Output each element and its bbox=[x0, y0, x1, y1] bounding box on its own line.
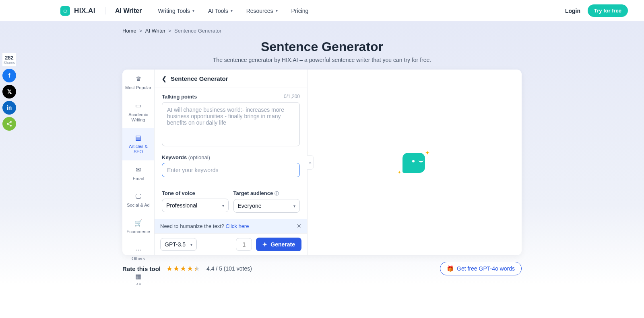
keywords-label: Keywords bbox=[162, 154, 187, 160]
sidebar-item-label: Articles & SEO bbox=[129, 144, 147, 154]
sharethis-button[interactable] bbox=[2, 117, 16, 131]
button-label: Get free GPT-4o words bbox=[457, 265, 515, 272]
audience-select[interactable]: Everyone▾ bbox=[233, 199, 300, 213]
breadcrumb: Home > AI Writer > Sentence Generator bbox=[122, 21, 522, 37]
nav-writing-tools[interactable]: Writing Tools▾ bbox=[158, 8, 194, 14]
page-subtitle: The sentence generator by HIX.AI – a pow… bbox=[0, 57, 644, 63]
svg-point-0 bbox=[10, 121, 12, 123]
model-select[interactable]: GPT-3.5▾ bbox=[160, 238, 197, 251]
sidebar-item-label: Ecommerce bbox=[126, 229, 150, 234]
char-counter: 0/1,200 bbox=[284, 94, 300, 100]
nav-label: Writing Tools bbox=[158, 8, 190, 14]
breadcrumb-home[interactable]: Home bbox=[122, 28, 136, 34]
close-icon[interactable]: ✕ bbox=[297, 223, 301, 229]
gift-icon: 🎁 bbox=[447, 265, 454, 272]
others-icon: ⋯ bbox=[124, 246, 153, 254]
sidebar-item-academic[interactable]: ▭Academic Writing bbox=[122, 96, 154, 128]
quantity-input[interactable] bbox=[236, 238, 252, 251]
svg-point-2 bbox=[10, 125, 12, 127]
talking-points-input[interactable] bbox=[162, 102, 300, 146]
sidebar-item-articles[interactable]: ▤Articles & SEO bbox=[122, 128, 154, 160]
category-sidebar: ♛Most Popular ▭Academic Writing ▤Article… bbox=[122, 70, 155, 255]
login-link[interactable]: Login bbox=[565, 8, 580, 14]
articles-icon: ▤ bbox=[124, 134, 153, 142]
breadcrumb-writer[interactable]: AI Writer bbox=[145, 28, 165, 34]
mascot-icon: ✦ ✦ bbox=[398, 150, 431, 174]
chevron-down-icon: ▾ bbox=[231, 8, 233, 13]
nav-label: Resources bbox=[246, 8, 273, 14]
academic-icon: ▭ bbox=[124, 102, 153, 109]
sidebar-item-label: Most Popular bbox=[125, 85, 151, 90]
rating-row: Rate this tool ★★★★★★ 4.4 / 5 (101 votes… bbox=[122, 262, 522, 275]
hero-section: Home > AI Writer > Sentence Generator Se… bbox=[0, 21, 644, 285]
free-words-button[interactable]: 🎁 Get free GPT-4o words bbox=[440, 262, 522, 275]
tool-card: ♛Most Popular ▭Academic Writing ▤Article… bbox=[122, 70, 522, 255]
humanize-text: Need to humanize the text? bbox=[160, 223, 226, 229]
logo[interactable]: ☺ HIX.AI AI Writer bbox=[60, 6, 142, 16]
star-rating[interactable]: ★★★★★★ bbox=[166, 264, 201, 273]
facebook-share-button[interactable]: f bbox=[2, 69, 16, 82]
page-title: Sentence Generator bbox=[0, 39, 644, 54]
back-chevron-icon[interactable]: ❮ bbox=[162, 76, 167, 82]
sidebar-item-label: Academic Writing bbox=[128, 112, 148, 122]
logo-subtitle: AI Writer bbox=[115, 7, 142, 14]
sidebar-item-social[interactable]: 🖵Social & Ad bbox=[122, 187, 154, 213]
share-count: 282 bbox=[3, 55, 15, 61]
sidebar-item-most-popular[interactable]: ♛Most Popular bbox=[122, 70, 154, 96]
nav-ai-tools[interactable]: AI Tools▾ bbox=[208, 8, 233, 14]
select-value: Professional bbox=[166, 202, 197, 209]
nav-resources[interactable]: Resources▾ bbox=[246, 8, 278, 14]
nav: Writing Tools▾ AI Tools▾ Resources▾ Pric… bbox=[158, 8, 308, 14]
sidebar-item-label: Social & Ad bbox=[127, 203, 149, 207]
humanize-bar: Need to humanize the text? Click here ✕ bbox=[155, 219, 307, 233]
breadcrumb-current: Sentence Generator bbox=[174, 28, 221, 34]
chevron-down-icon: ▾ bbox=[222, 203, 224, 208]
magic-icon: ✦ bbox=[262, 241, 267, 248]
keywords-input[interactable] bbox=[162, 163, 300, 177]
optional-label: (optional) bbox=[188, 154, 210, 160]
email-icon: ✉ bbox=[124, 166, 153, 174]
nav-pricing[interactable]: Pricing bbox=[291, 8, 309, 14]
svg-point-1 bbox=[7, 123, 8, 125]
chevron-down-icon: ▾ bbox=[192, 8, 194, 13]
output-pane: « ✦ ✦ bbox=[308, 70, 522, 255]
logo-text: HIX.AI bbox=[74, 7, 95, 15]
chevron-down-icon: ▾ bbox=[190, 242, 192, 247]
header-left: ☺ HIX.AI AI Writer Writing Tools▾ AI Too… bbox=[60, 6, 308, 16]
form-body: Talking points 0/1,200 Keywords (optiona… bbox=[155, 88, 307, 219]
try-free-button[interactable]: Try for free bbox=[588, 4, 628, 17]
select-value: GPT-3.5 bbox=[165, 241, 186, 248]
x-share-button[interactable]: 𝕏 bbox=[2, 85, 16, 98]
logo-icon: ☺ bbox=[60, 6, 70, 16]
sidebar-item-email[interactable]: ✉Email bbox=[122, 160, 154, 187]
form-pane: ❮ Sentence Generator Talking points 0/1,… bbox=[155, 70, 308, 255]
form-title: Sentence Generator bbox=[171, 75, 228, 82]
linkedin-share-button[interactable]: in bbox=[2, 101, 16, 115]
info-icon[interactable]: ⓘ bbox=[275, 191, 279, 196]
sidebar-item-others[interactable]: ⋯Others bbox=[122, 240, 154, 267]
header-right: Login Try for free bbox=[565, 4, 628, 17]
all-icon: ▦ bbox=[124, 273, 153, 280]
collapse-toggle[interactable]: « bbox=[307, 155, 314, 170]
share-label: Shares bbox=[3, 61, 15, 65]
sidebar-item-label: All bbox=[136, 283, 140, 285]
button-label: Generate bbox=[270, 241, 295, 248]
social-icon: 🖵 bbox=[124, 193, 153, 200]
audience-label: Target audience bbox=[233, 190, 273, 196]
nav-label: Pricing bbox=[291, 8, 309, 14]
sidebar-item-all[interactable]: ▦All bbox=[122, 267, 154, 285]
sidebar-item-label: Others bbox=[132, 256, 145, 261]
talking-points-label: Talking points bbox=[162, 94, 197, 100]
chevron-down-icon: ▾ bbox=[276, 8, 278, 13]
tone-label: Tone of voice bbox=[162, 190, 229, 196]
logo-divider bbox=[105, 7, 105, 14]
form-header: ❮ Sentence Generator bbox=[155, 70, 307, 88]
chevron-down-icon: ▾ bbox=[293, 204, 295, 208]
humanize-link[interactable]: Click here bbox=[226, 223, 249, 229]
generate-button[interactable]: ✦Generate bbox=[256, 238, 301, 251]
rating-score: 4.4 / 5 (101 votes) bbox=[206, 265, 252, 272]
tone-select[interactable]: Professional▾ bbox=[162, 199, 229, 212]
sidebar-item-label: Email bbox=[133, 176, 144, 181]
sidebar-item-ecommerce[interactable]: 🛒Ecommerce bbox=[122, 213, 154, 240]
header: ☺ HIX.AI AI Writer Writing Tools▾ AI Too… bbox=[0, 0, 644, 21]
